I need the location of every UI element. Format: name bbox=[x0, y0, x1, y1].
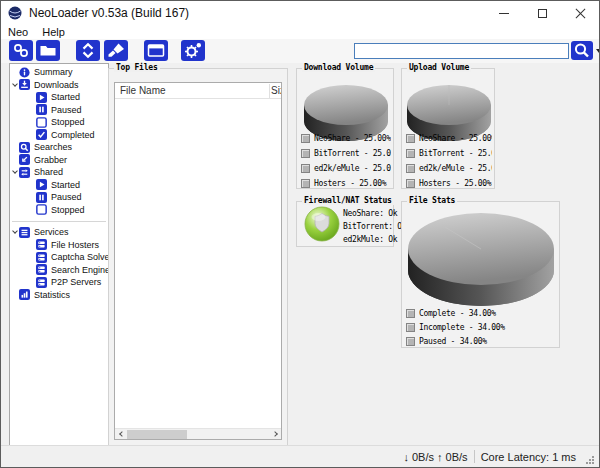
green-shield-icon bbox=[304, 206, 340, 242]
chevron-down-icon[interactable] bbox=[10, 231, 19, 233]
search-dropdown-arrow-icon[interactable] bbox=[596, 49, 600, 53]
menu-neo[interactable]: Neo bbox=[1, 25, 35, 39]
settings-gear-icon[interactable] bbox=[181, 40, 205, 61]
downloads-icon bbox=[19, 79, 30, 90]
sidebar-item-searches[interactable]: Searches bbox=[10, 141, 108, 154]
sidebar-item-grabber[interactable]: Grabber bbox=[10, 154, 108, 167]
sidebar-item-label: Grabber bbox=[34, 155, 67, 165]
sidebar-item-file-hosters[interactable]: File Hosters bbox=[10, 239, 108, 252]
info-icon bbox=[19, 67, 30, 78]
legend-label: Paused - 34.00% bbox=[419, 337, 487, 346]
legend-swatch bbox=[406, 134, 415, 143]
check-icon bbox=[36, 129, 47, 140]
legend-item: ed2k/eMule - 25.00% bbox=[301, 163, 391, 174]
chevron-down-icon[interactable] bbox=[10, 84, 19, 86]
chevron-down-icon[interactable] bbox=[10, 171, 19, 173]
scroll-left-icon bbox=[119, 431, 125, 437]
server-icon bbox=[36, 277, 47, 288]
legend-item: NeoShare - 25.00% bbox=[301, 133, 391, 144]
search-icon bbox=[571, 41, 593, 60]
link-icon[interactable] bbox=[9, 40, 33, 61]
sidebar-item-downloads-started[interactable]: Started bbox=[10, 91, 108, 104]
horizontal-scrollbar[interactable] bbox=[115, 428, 281, 439]
pause-icon bbox=[36, 104, 47, 115]
maximize-button[interactable] bbox=[523, 1, 561, 25]
scroll-left-button[interactable] bbox=[115, 429, 126, 439]
play-icon bbox=[36, 179, 47, 190]
column-divider[interactable] bbox=[269, 84, 270, 98]
server-icon bbox=[36, 239, 47, 250]
scroll-right-button[interactable] bbox=[270, 429, 281, 439]
stop-icon bbox=[36, 204, 47, 215]
sidebar-item-shared[interactable]: Shared bbox=[10, 166, 108, 179]
sidebar-item-label: Paused bbox=[51, 105, 82, 115]
sidebar-item-search-engines[interactable]: Search Engines bbox=[10, 264, 108, 277]
toolbar bbox=[1, 39, 599, 63]
sidebar-item-summary[interactable]: Summary bbox=[10, 66, 108, 79]
sidebar-item-p2p-servers[interactable]: P2P Servers bbox=[10, 276, 108, 289]
play-icon bbox=[36, 92, 47, 103]
sidebar-item-downloads-paused[interactable]: Paused bbox=[10, 104, 108, 117]
sidebar-item-statistics[interactable]: Statistics bbox=[10, 289, 108, 302]
legend-item: BitTorrent - 25.00% bbox=[301, 148, 391, 159]
status-bar: ↓ 0B/s ↑ 0B/s Core Latency: 1 ms bbox=[1, 445, 599, 467]
legend-item: Hosters - 25.00% bbox=[301, 178, 391, 189]
close-icon bbox=[575, 8, 586, 19]
search-icon bbox=[19, 142, 30, 153]
legend-label: Incomplete - 34.00% bbox=[419, 323, 505, 332]
transfer-speeds: ↓ 0B/s ↑ 0B/s bbox=[403, 451, 467, 463]
scroll-right-icon bbox=[272, 431, 278, 437]
stats-icon bbox=[19, 289, 30, 300]
download-volume-panel: Download Volume NeoShare - 25.00% BitTor… bbox=[296, 68, 394, 189]
legend-item: NeoShare - 25.00% bbox=[406, 133, 492, 144]
legend-item: Complete - 34.00% bbox=[406, 308, 557, 319]
legend-item: Hosters - 25.00% bbox=[406, 178, 492, 189]
firewall-status-neoshare: NeoShare: Ok bbox=[343, 207, 406, 220]
sidebar-item-label: Searches bbox=[34, 142, 72, 152]
sidebar-item-shared-started[interactable]: Started bbox=[10, 179, 108, 192]
sidebar-item-downloads-completed[interactable]: Completed bbox=[10, 129, 108, 142]
sidebar-item-shared-stopped[interactable]: Stopped bbox=[10, 204, 108, 217]
search-button[interactable] bbox=[571, 41, 593, 60]
sidebar-item-label: Stopped bbox=[51, 117, 85, 127]
close-button[interactable] bbox=[561, 1, 599, 25]
legend-swatch bbox=[301, 179, 310, 188]
firewall-status-ed2kmule: ed2kMule: Ok bbox=[343, 233, 406, 246]
legend-swatch bbox=[406, 323, 415, 332]
sidebar-item-label: Services bbox=[34, 227, 69, 237]
resize-grip[interactable] bbox=[586, 455, 596, 465]
sidebar-item-label: Downloads bbox=[34, 80, 79, 90]
app-logo-icon[interactable] bbox=[8, 6, 22, 20]
top-files-list: File Name Size bbox=[114, 82, 282, 440]
sidebar-item-downloads[interactable]: Downloads bbox=[10, 79, 108, 92]
menu-help[interactable]: Help bbox=[35, 25, 72, 39]
sidebar-item-captcha-solvers[interactable]: Captcha Solvers bbox=[10, 251, 108, 264]
sidebar-item-label: Statistics bbox=[34, 290, 70, 300]
window-icon[interactable] bbox=[144, 40, 168, 61]
legend-swatch bbox=[406, 164, 415, 173]
sidebar-item-label: File Hosters bbox=[51, 240, 99, 250]
column-file-name[interactable]: File Name bbox=[120, 85, 166, 96]
sidebar-item-downloads-stopped[interactable]: Stopped bbox=[10, 116, 108, 129]
sidebar-item-label: Summary bbox=[34, 67, 73, 77]
legend-label: Hosters - 25.00% bbox=[314, 179, 386, 188]
open-folder-icon[interactable] bbox=[36, 40, 60, 61]
legend-swatch bbox=[301, 149, 310, 158]
scrollbar-thumb[interactable] bbox=[127, 430, 187, 439]
minimize-button[interactable] bbox=[485, 1, 523, 25]
search-input[interactable] bbox=[354, 43, 569, 59]
sidebar-item-label: Completed bbox=[51, 130, 95, 140]
status-divider bbox=[474, 450, 475, 463]
sidebar-item-label: Started bbox=[51, 180, 80, 190]
legend-swatch bbox=[406, 309, 415, 318]
cleanup-brush-icon[interactable] bbox=[104, 40, 128, 61]
sidebar-item-label: P2P Servers bbox=[51, 277, 101, 287]
file-stats-panel: File Stats Complete - 34.00% Incomplete … bbox=[401, 201, 560, 348]
sidebar-item-label: Shared bbox=[34, 167, 63, 177]
column-size[interactable]: Size bbox=[271, 85, 281, 96]
pause-icon bbox=[36, 192, 47, 203]
title-bar: NeoLoader v0.53a (Build 167) bbox=[1, 1, 599, 25]
sidebar-item-services[interactable]: Services bbox=[10, 226, 108, 239]
sidebar-item-shared-paused[interactable]: Paused bbox=[10, 191, 108, 204]
transfers-icon[interactable] bbox=[76, 40, 100, 61]
